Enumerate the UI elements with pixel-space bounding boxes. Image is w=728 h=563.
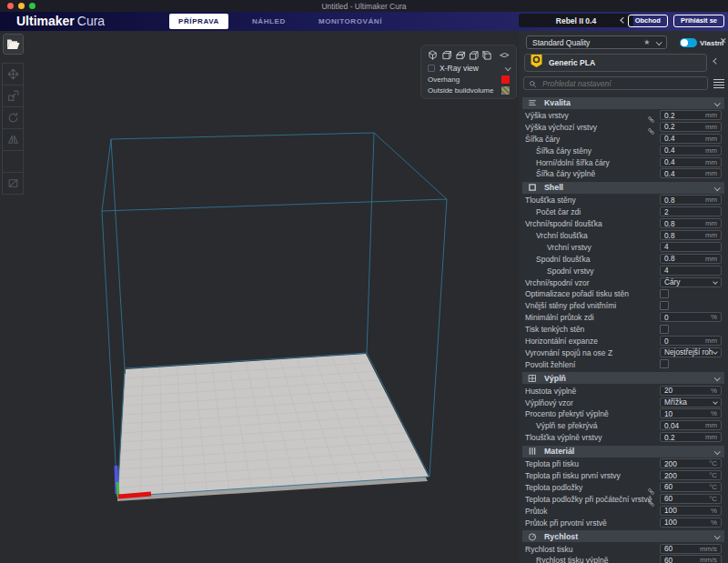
section-header-výplň[interactable]: Výplň [522,372,724,384]
setting-row: Spodní vrstvy4 [519,265,728,276]
settings-search[interactable] [523,76,708,90]
chevron-down-icon [714,533,720,538]
setting-checkbox[interactable] [660,359,669,368]
view-right-icon[interactable] [482,47,492,64]
setting-row: Tloušťka výplně vrstvy0.2mm [519,431,728,443]
setting-select[interactable]: Čáry [660,277,722,287]
setting-checkbox[interactable] [660,325,669,334]
setting-input[interactable]: 0.8mm [660,195,722,205]
setting-select[interactable]: Mřížka [660,397,722,407]
quality-profile-dropdown[interactable]: Standard Quality ★ [526,35,667,49]
setting-input[interactable]: 60mm/s [660,555,722,563]
setting-input[interactable]: 0mm [660,336,722,346]
settings-search-input[interactable] [541,78,695,89]
setting-input[interactable]: 0.4mm [660,168,722,178]
per-model-settings-tool-button[interactable] [2,150,24,173]
setting-input[interactable]: 0.04mm [660,420,722,430]
view-top-icon[interactable] [455,47,465,64]
print-settings-panel: Standard Quality ★ Vlastní ✕ Generic PLA… [519,31,728,563]
printer-selector[interactable]: Rebel II 0.4 [519,14,633,27]
setting-value: 4 [664,242,669,251]
setting-select[interactable]: Nejostřejší roh [660,347,722,357]
setting-input[interactable]: 100% [660,506,722,516]
open-file-button[interactable] [3,34,24,55]
setting-value: 60 [664,482,672,491]
extruder-material-tab[interactable]: Generic PLA [524,54,707,72]
section-header-materiál[interactable]: Materiál [522,446,724,457]
setting-value: 0.4 [664,157,675,166]
tab-monitorování[interactable]: MONITOROVÁNÍ [309,14,391,29]
custom-mode-toggle[interactable] [680,38,697,47]
setting-input[interactable]: 2 [660,206,722,216]
setting-checkbox[interactable] [660,301,669,310]
setting-input[interactable]: 0.4mm [660,146,722,156]
setting-value: 0.4 [664,169,675,178]
view-3d-icon[interactable] [428,47,438,64]
view-mode-dropdown[interactable]: X-Ray view [428,62,510,74]
tab-náhled[interactable]: NÁHLED [243,14,295,29]
settings-menu-icon[interactable] [713,79,724,90]
setting-input[interactable]: 0.2mm [660,122,722,132]
setting-input[interactable]: 0.4mm [660,157,722,167]
setting-unit: mm [705,196,717,204]
setting-input[interactable]: 200°C [660,458,722,468]
close-settings-icon[interactable]: ✕ [720,37,727,45]
setting-unit: % [711,313,717,321]
rotate-tool-button[interactable] [2,106,24,129]
viewport-3d[interactable]: X-Ray view Overhang Outside buildvolume [0,31,519,563]
view-front-icon[interactable] [441,47,451,64]
setting-input[interactable]: 0% [660,312,722,322]
setting-label: Teplota při tisku [525,459,579,468]
setting-label: Vnější stěny před vnitřními [525,301,616,310]
setting-value: 200 [664,471,677,480]
section-header-shell[interactable]: Shell [522,182,724,194]
setting-row: Optimalizace pořadí tisku stěn [519,287,728,299]
setting-label: Tloušťka stěny [525,196,576,205]
camera-projection-icon[interactable] [500,47,510,64]
setting-input[interactable]: 0.2mm [660,110,722,120]
setting-input[interactable]: 0.2mm [660,432,722,442]
section-header-rychlost[interactable]: Rychlost [522,530,724,542]
setting-input[interactable]: 0.8mm [660,230,722,240]
setting-label: Hustota výplně [525,387,576,396]
collapse-settings-icon[interactable] [713,58,719,64]
setting-input[interactable]: 20% [660,386,722,396]
setting-input[interactable]: 0.8mm [660,254,722,264]
setting-value: 0.8 [664,196,675,205]
setting-label: Vrchní vrstvy [547,243,592,252]
setting-input[interactable]: 60°C [660,494,722,504]
setting-unit: % [711,518,717,527]
setting-row: Rychlost tisku60mm/s [519,543,728,555]
setting-row: Vrchní/spodní vzorČáry [519,276,728,288]
setting-input[interactable]: 100% [660,518,722,528]
setting-input[interactable]: 0.4mm [660,134,722,144]
move-tool-button[interactable] [2,63,24,85]
sign-in-button[interactable]: Přihlásit se [673,15,724,27]
setting-input[interactable]: 0.8mm [660,218,722,228]
setting-input[interactable]: 4 [660,242,722,252]
setting-checkbox[interactable] [660,289,669,298]
marketplace-button[interactable]: Obchod [628,15,668,27]
support-blocker-tool-button[interactable] [2,172,24,195]
setting-row: Spodní tloušťka0.8mm [519,253,728,265]
setting-label: Výplň se překrývá [536,421,598,430]
setting-unit: % [711,409,717,417]
setting-input[interactable]: 10% [660,408,722,418]
mirror-tool-button[interactable] [2,128,24,151]
scale-tool-button[interactable] [2,85,24,107]
setting-unit: °C [709,483,717,491]
setting-label: Spodní tloušťka [536,255,590,264]
view-left-icon[interactable] [469,47,479,64]
tab-příprava[interactable]: PŘÍPRAVA [169,14,228,29]
setting-row: Povolit žehlení [519,358,728,370]
chevron-down-icon [714,448,720,454]
setting-input[interactable]: 200°C [660,470,722,480]
setting-input[interactable]: 4 [660,266,722,276]
setting-input[interactable]: 60°C [660,482,722,492]
setting-input[interactable]: 60mm/s [660,544,722,554]
section-header-kvalita[interactable]: Kvalita [522,97,724,109]
setting-row: Průtok při prvotní vrstvě100% [519,517,728,528]
setting-unit: mm/s [700,545,717,553]
setting-value: Čáry [664,277,681,287]
favorite-star-icon: ★ [643,39,650,46]
